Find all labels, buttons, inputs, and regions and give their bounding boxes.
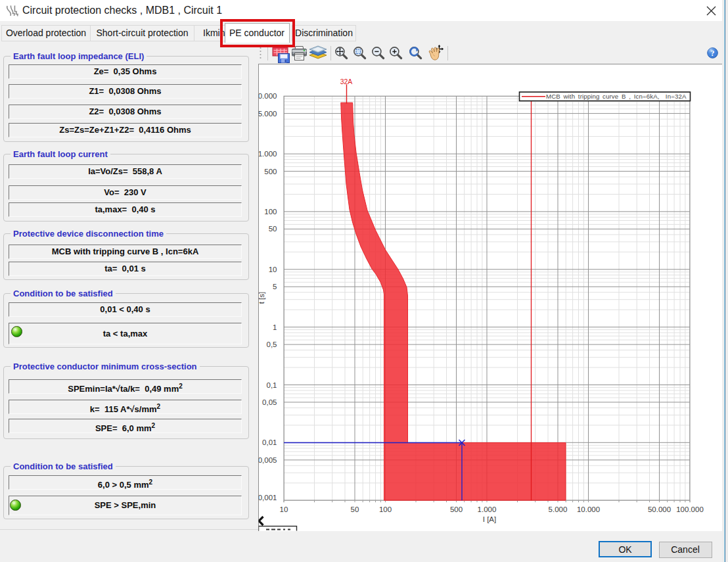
svg-text:10.000: 10.000 xyxy=(254,92,277,100)
svg-text:1: 1 xyxy=(273,323,277,331)
svg-text:50: 50 xyxy=(351,505,359,513)
svg-text:1.000: 1.000 xyxy=(478,505,497,513)
svg-text:0,05: 0,05 xyxy=(262,398,277,406)
svg-text:0,001: 0,001 xyxy=(258,494,277,502)
svg-text:10: 10 xyxy=(269,266,277,273)
svg-text:100.000: 100.000 xyxy=(676,505,704,513)
svg-text:0,1: 0,1 xyxy=(267,381,277,389)
svg-text:10.000: 10.000 xyxy=(577,505,600,513)
svg-text:0,005: 0,005 xyxy=(258,456,277,464)
svg-text:I [A]: I [A] xyxy=(483,515,496,523)
svg-text:0,5: 0,5 xyxy=(267,340,277,348)
svg-text:MCB with tripping curve B , Ic: MCB with tripping curve B , Icn=6kA, In=… xyxy=(546,93,687,100)
svg-text:50.000: 50.000 xyxy=(648,505,671,513)
svg-text:1.000: 1.000 xyxy=(258,150,277,158)
svg-text:500: 500 xyxy=(450,505,463,513)
svg-text:500: 500 xyxy=(264,168,277,176)
svg-text:t [s]: t [s] xyxy=(258,292,265,304)
svg-text:0,01: 0,01 xyxy=(262,438,277,446)
svg-text:50: 50 xyxy=(269,225,277,233)
svg-text:100: 100 xyxy=(264,208,277,216)
svg-text:32A: 32A xyxy=(340,78,353,85)
svg-text:5.000: 5.000 xyxy=(549,505,568,513)
svg-text:100: 100 xyxy=(379,505,392,513)
svg-text:10: 10 xyxy=(280,505,288,513)
svg-text:5.000: 5.000 xyxy=(258,110,277,118)
svg-text:5: 5 xyxy=(273,283,277,291)
